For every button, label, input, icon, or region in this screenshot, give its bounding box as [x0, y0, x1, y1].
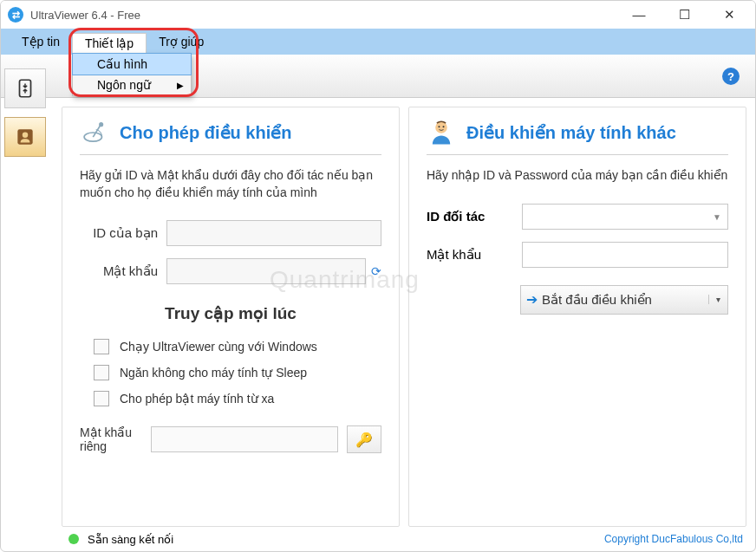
- minimize-button[interactable]: —: [629, 7, 649, 23]
- svg-point-3: [84, 133, 101, 141]
- start-dropdown-caret[interactable]: ▾: [708, 295, 727, 304]
- titlebar: ⇄ UltraViewer 6.4 - Free — ☐ ✕: [1, 1, 755, 29]
- chk-autostart-label: Chạy UltraViewer cùng với Windows: [120, 340, 317, 354]
- priv-pw-label: Mật khẩu riêng: [80, 425, 142, 453]
- maximize-button[interactable]: ☐: [674, 7, 694, 23]
- svg-point-6: [438, 126, 440, 127]
- chk-nosleep[interactable]: [94, 365, 109, 380]
- allow-control-desc: Hãy gửi ID và Mật khẩu dưới đây cho đối …: [80, 167, 381, 201]
- partner-pw-label: Mật khẩu: [427, 247, 522, 263]
- chk-nosleep-label: Ngăn không cho máy tính tự Sleep: [120, 366, 307, 380]
- your-pw-label: Mật khẩu: [80, 263, 166, 279]
- chk-autostart[interactable]: [94, 339, 109, 354]
- user-icon: [427, 118, 456, 147]
- allow-control-panel: Cho phép điều khiển Hãy gửi ID và Mật kh…: [62, 107, 400, 527]
- chk-wol-label: Cho phép bật máy tính từ xa: [120, 392, 274, 406]
- contacts-icon: [14, 126, 36, 148]
- your-id-label: ID của bạn: [80, 225, 166, 241]
- partner-pw-field[interactable]: [522, 242, 728, 268]
- control-other-desc: Hãy nhập ID và Password của máy bạn cần …: [427, 167, 728, 185]
- status-text: Sẵn sàng kết nối: [88, 533, 173, 546]
- help-icon[interactable]: ?: [722, 68, 740, 85]
- chk-wol[interactable]: [94, 391, 109, 406]
- menubar: Tệp tin Thiết lập Trợ giúp: [1, 29, 755, 55]
- svg-rect-0: [20, 80, 31, 97]
- partner-id-field[interactable]: [522, 204, 728, 230]
- your-id-field[interactable]: [166, 220, 381, 246]
- control-other-title: Điều khiển máy tính khác: [466, 122, 676, 143]
- menu-help[interactable]: Trợ giúp: [147, 32, 216, 51]
- unattended-title: Truy cập mọi lúc: [80, 303, 381, 323]
- svg-point-4: [99, 122, 103, 127]
- submenu-arrow-icon: ▶: [177, 81, 184, 90]
- your-pw-field[interactable]: [166, 258, 366, 284]
- refresh-pw-icon[interactable]: ⟳: [371, 264, 381, 278]
- dropdown-language[interactable]: Ngôn ngữ ▶: [73, 75, 191, 95]
- status-bar: Sẵn sàng kết nối Copyright DucFabulous C…: [62, 529, 750, 549]
- dropdown-config[interactable]: Cấu hình: [72, 53, 192, 75]
- sidebar-contacts[interactable]: [4, 117, 46, 157]
- svg-point-2: [23, 133, 29, 139]
- settings-dropdown: Cấu hình Ngôn ngữ ▶: [72, 53, 192, 96]
- start-control-button[interactable]: ➔ Bắt đầu điều khiển ▾: [520, 285, 728, 315]
- close-button[interactable]: ✕: [719, 7, 740, 23]
- arrow-right-icon: ➔: [521, 291, 542, 308]
- key-icon: 🔑: [355, 432, 373, 448]
- dropdown-language-label: Ngôn ngữ: [97, 78, 151, 92]
- allow-control-title: Cho phép điều khiển: [120, 122, 291, 143]
- priv-pw-key-button[interactable]: 🔑: [347, 425, 381, 453]
- satellite-icon: [80, 118, 109, 147]
- status-dot-icon: [68, 534, 79, 544]
- remote-icon: [14, 77, 36, 100]
- control-other-panel: Điều khiển máy tính khác Hãy nhập ID và …: [408, 107, 746, 527]
- window-title: UltraViewer 6.4 - Free: [30, 9, 140, 22]
- priv-pw-field[interactable]: [151, 426, 338, 452]
- partner-id-label: ID đối tác: [427, 209, 522, 224]
- copyright-text: Copyright DucFabulous Co,ltd: [604, 533, 743, 545]
- sidebar: [4, 63, 53, 157]
- sidebar-remote[interactable]: [4, 68, 46, 108]
- app-icon: ⇄: [8, 7, 23, 23]
- menu-file[interactable]: Tệp tin: [10, 32, 72, 51]
- svg-point-7: [443, 126, 445, 127]
- menu-settings[interactable]: Thiết lập: [72, 33, 147, 53]
- start-control-label: Bắt đầu điều khiển: [542, 292, 708, 308]
